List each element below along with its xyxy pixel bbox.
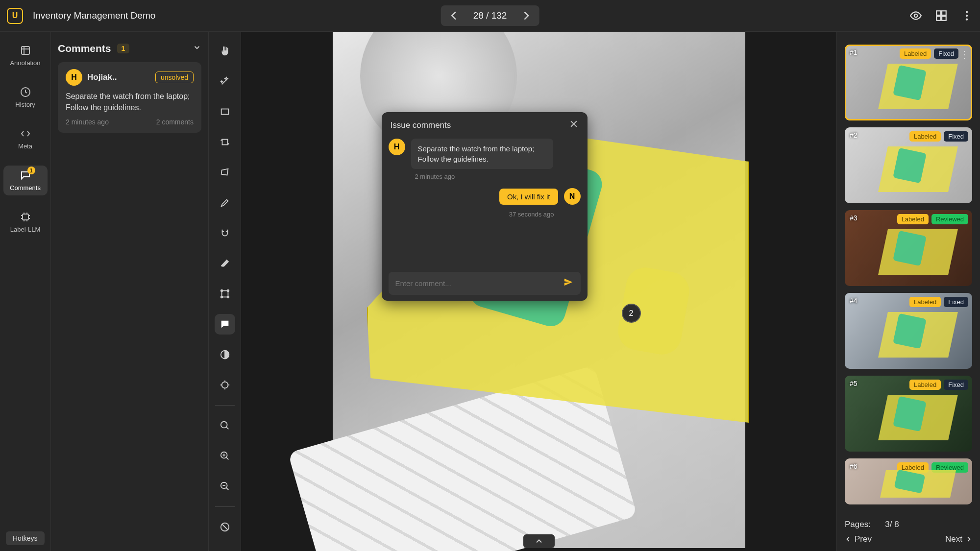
history-icon xyxy=(20,86,31,98)
nav-label-llm[interactable]: Label-LLM xyxy=(3,207,48,237)
zoom-in-icon[interactable] xyxy=(215,446,235,466)
prev-label: Prev xyxy=(855,534,872,544)
thumbnail-panel: #1LabeledFixed⋮#2LabeledFixed#3LabeledRe… xyxy=(836,32,980,551)
issue-comment-input[interactable] xyxy=(395,279,563,287)
thumbnail[interactable]: #6LabeledReviewed xyxy=(845,458,972,504)
thumbnail[interactable]: #3LabeledReviewed xyxy=(845,210,972,286)
comment-tool-icon[interactable] xyxy=(215,314,235,335)
topbar-actions xyxy=(909,9,973,22)
chevron-down-icon[interactable] xyxy=(193,43,201,54)
svg-marker-13 xyxy=(221,169,228,175)
status-badge: Fixed xyxy=(944,380,968,390)
polygon-tool-icon[interactable] xyxy=(215,162,235,183)
issue-marker[interactable]: 2 xyxy=(622,304,641,323)
svg-point-7 xyxy=(966,18,968,20)
comment-card[interactable]: H Hojiak.. unsolved Separate the watch f… xyxy=(58,62,201,133)
comments-title: Comments xyxy=(58,43,111,54)
svg-rect-3 xyxy=(936,16,941,21)
svg-rect-2 xyxy=(942,11,946,15)
transform-tool-icon[interactable] xyxy=(215,284,235,304)
annotated-image: 2 Issue comments H Separate the watch fr… xyxy=(333,32,745,548)
pages-label: Pages: xyxy=(845,520,871,529)
thumbnail[interactable]: #1LabeledFixed⋮ xyxy=(845,45,972,120)
status-badge: Fixed xyxy=(944,297,968,307)
collapse-chevron-icon[interactable] xyxy=(523,534,555,548)
rect-tool-icon[interactable] xyxy=(215,101,235,122)
grid-icon[interactable] xyxy=(935,9,948,22)
svg-rect-4 xyxy=(942,16,946,21)
thumb-tags: LabeledFixed xyxy=(909,380,968,390)
svg-rect-10 xyxy=(23,214,28,220)
zoom-fit-icon[interactable] xyxy=(215,415,235,436)
nav-meta-label: Meta xyxy=(18,143,32,150)
svg-point-6 xyxy=(966,15,968,17)
issue-comment-input-wrap xyxy=(389,272,581,295)
crosshair-tool-icon[interactable] xyxy=(215,375,235,395)
canvas-area[interactable]: 2 Issue comments H Separate the watch fr… xyxy=(241,32,836,551)
svg-rect-8 xyxy=(22,47,29,54)
svg-point-15 xyxy=(220,290,222,292)
nav-annotation-label: Annotation xyxy=(10,59,40,67)
kebab-icon[interactable]: ⋮ xyxy=(959,48,969,60)
zoom-out-icon[interactable] xyxy=(215,476,235,497)
thumb-tags: LabeledFixed xyxy=(909,131,968,142)
eraser-tool-icon[interactable] xyxy=(215,253,235,274)
svg-rect-12 xyxy=(222,140,227,145)
issue-reply-time: 37 seconds ago xyxy=(389,211,554,218)
annotation-icon xyxy=(20,45,31,56)
issue-message: H Separate the watch from the laptop; Fo… xyxy=(389,139,581,169)
svg-rect-1 xyxy=(936,11,941,15)
comments-panel: Comments 1 H Hojiak.. unsolved Separate … xyxy=(51,32,209,551)
nav-history[interactable]: History xyxy=(3,82,48,112)
issue-popup-title: Issue comments xyxy=(391,120,451,130)
nav-meta[interactable]: Meta xyxy=(3,124,48,154)
thumb-index: #3 xyxy=(850,214,858,222)
thumbnail[interactable]: #5LabeledFixed xyxy=(845,376,972,452)
svg-point-17 xyxy=(220,296,222,298)
svg-rect-11 xyxy=(221,109,228,115)
app-logo: U xyxy=(7,8,23,24)
body: Annotation History Meta 1 Comments L xyxy=(0,32,980,551)
nav-history-label: History xyxy=(15,101,35,108)
pages-value: 3/ 8 xyxy=(885,520,899,529)
close-icon[interactable] xyxy=(569,119,579,132)
avatar: N xyxy=(564,188,581,205)
divider xyxy=(215,405,235,406)
thumbnail[interactable]: #4LabeledFixed xyxy=(845,293,972,369)
primary-nav: Annotation History Meta 1 Comments L xyxy=(0,32,51,551)
disable-tool-icon[interactable] xyxy=(215,517,235,537)
brush-tool-icon[interactable] xyxy=(215,192,235,213)
nav-comments[interactable]: 1 Comments xyxy=(3,166,48,195)
send-icon[interactable] xyxy=(563,277,574,290)
labeled-badge: Labeled xyxy=(897,214,929,224)
issue-comments-popup: Issue comments H Separate the watch from… xyxy=(382,112,588,301)
magnet-tool-icon[interactable] xyxy=(215,223,235,243)
wand-tool-icon[interactable] xyxy=(215,71,235,92)
nav-comments-label: Comments xyxy=(10,184,41,192)
comment-user: Hojiak.. xyxy=(87,72,117,82)
prev-frame-button[interactable] xyxy=(447,8,462,23)
thumbnail-list: #1LabeledFixed⋮#2LabeledFixed#3LabeledRe… xyxy=(845,45,972,504)
kebab-menu-icon[interactable] xyxy=(960,9,973,22)
labeled-badge: Labeled xyxy=(909,297,941,307)
avatar: H xyxy=(389,139,405,155)
comments-count-badge: 1 xyxy=(117,44,130,53)
rotate-tool-icon[interactable] xyxy=(215,132,235,152)
nav-annotation[interactable]: Annotation xyxy=(3,41,48,71)
thumb-tags: LabeledReviewed xyxy=(897,214,968,224)
svg-point-21 xyxy=(220,422,227,428)
thumbnail[interactable]: #2LabeledFixed xyxy=(845,127,972,203)
thumb-index: #1 xyxy=(850,48,858,56)
next-frame-button[interactable] xyxy=(518,8,533,23)
frame-navigator: 28 / 132 xyxy=(441,5,539,26)
visibility-icon[interactable] xyxy=(909,9,922,22)
divider xyxy=(215,506,235,507)
contrast-tool-icon[interactable] xyxy=(215,344,235,365)
prev-page-button[interactable]: Prev xyxy=(845,534,872,544)
hand-tool-icon[interactable] xyxy=(215,41,235,61)
svg-point-16 xyxy=(227,290,229,292)
next-page-button[interactable]: Next xyxy=(945,534,972,544)
topbar: U Inventory Management Demo 28 / 132 xyxy=(0,0,980,32)
chip-icon xyxy=(20,211,31,223)
hotkeys-button[interactable]: Hotkeys xyxy=(6,531,45,545)
